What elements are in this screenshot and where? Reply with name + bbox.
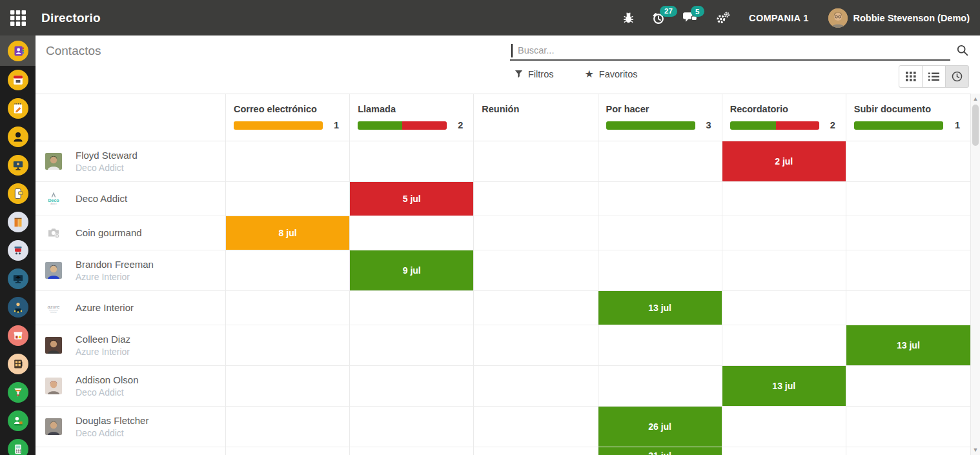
activity-date-badge[interactable]: 8 jul [226,216,349,250]
activity-cell-empty[interactable] [846,250,970,291]
sidebar-app-elearning-icon[interactable] [0,265,36,293]
activity-cell-empty[interactable] [598,141,722,182]
activity-cell-empty[interactable] [226,325,350,366]
progress-segment-green[interactable] [358,121,402,130]
activity-cell-empty[interactable] [474,250,598,291]
list-view-button[interactable] [922,65,946,88]
activity-cell-empty[interactable] [846,291,970,325]
activity-cell-empty[interactable] [226,141,350,182]
sidebar-app-contacts-icon[interactable] [0,35,36,66]
user-menu[interactable]: Robbie Stevenson (Demo) [828,8,970,28]
activities-count-badge[interactable]: 27 [660,6,677,17]
sidebar-app-users-icon[interactable] [0,123,36,151]
messages-count-badge[interactable]: 5 [691,6,704,17]
activity-date-badge[interactable]: 31 jul [598,447,722,455]
search-icon[interactable] [957,45,968,59]
apps-menu-icon[interactable] [0,0,36,35]
sidebar-app-employees-icon[interactable] [0,407,36,435]
activity-cell-empty[interactable] [350,366,474,407]
progress-segment-green[interactable] [730,121,777,130]
progress-segment-red[interactable] [776,121,819,130]
activity-cell-empty[interactable] [722,447,846,455]
activity-date-badge[interactable]: 13 jul [598,291,722,325]
activity-cell-filled[interactable]: 5 jul [350,182,474,216]
activity-cell-empty[interactable] [722,182,846,216]
activities-clock-icon[interactable]: 27 [651,11,666,25]
activity-cell-empty[interactable] [350,216,474,250]
activity-cell-empty[interactable] [474,182,598,216]
activity-cell-empty[interactable] [226,291,350,325]
debug-bug-icon[interactable] [622,12,635,24]
activity-cell-empty[interactable] [722,291,846,325]
progress-segment-red[interactable] [402,121,447,130]
column-progressbar[interactable] [234,121,323,130]
activity-cell-filled[interactable]: 31 jul [598,447,722,455]
activity-cell-empty[interactable] [226,407,350,447]
scrollbar-thumb[interactable] [972,105,979,146]
activity-cell-empty[interactable] [226,250,350,291]
activity-cell-empty[interactable] [474,325,598,366]
sidebar-app-mobile-chat-icon[interactable] [0,179,36,208]
column-progressbar[interactable] [730,121,819,130]
company-switcher[interactable]: COMPANIA 1 [749,13,808,23]
filters-button[interactable]: Filtros [515,69,553,79]
column-progressbar[interactable] [606,121,695,130]
activity-cell-empty[interactable] [722,407,846,447]
activity-date-badge[interactable]: 9 jul [350,250,473,290]
activity-cell-empty[interactable] [722,250,846,291]
activity-cell-empty[interactable] [598,182,722,216]
contact-name-cell[interactable]: Douglas FletcherDeco Addict [36,407,226,447]
activity-cell-empty[interactable] [350,447,474,455]
activity-cell-empty[interactable] [598,216,722,250]
activity-date-badge[interactable]: 26 jul [598,407,722,447]
sidebar-app-library-icon[interactable] [0,208,36,236]
activity-view-button[interactable] [945,65,969,88]
contact-name-cell[interactable]: Floyd StewardDeco Addict [36,141,226,182]
activity-cell-empty[interactable] [474,366,598,407]
activity-date-badge[interactable]: 13 jul [722,366,846,406]
progress-segment-orange[interactable] [234,121,323,130]
search-input[interactable] [510,45,950,56]
activity-cell-filled[interactable]: 8 jul [226,216,350,250]
sidebar-app-store-icon[interactable] [0,321,36,350]
activity-cell-filled[interactable]: 13 jul [846,325,970,366]
activity-cell-filled[interactable]: 9 jul [350,250,474,291]
activity-cell-empty[interactable] [846,182,970,216]
sidebar-app-terminal-icon[interactable] [0,435,36,455]
activity-cell-empty[interactable] [474,141,598,182]
activity-cell-empty[interactable] [350,325,474,366]
contact-name-cell[interactable]: Brandon FreemanAzure Interior [36,250,226,291]
activity-cell-empty[interactable] [846,407,970,447]
activity-date-badge[interactable]: 2 jul [722,141,846,181]
column-progressbar[interactable] [358,121,447,130]
activity-cell-empty[interactable] [226,182,350,216]
activity-cell-empty[interactable] [226,447,350,455]
activity-cell-empty[interactable] [722,216,846,250]
activity-cell-empty[interactable] [350,407,474,447]
activity-date-badge[interactable]: 5 jul [350,182,473,216]
activity-cell-empty[interactable] [846,447,970,455]
sidebar-app-calendar-icon[interactable] [0,66,36,94]
sidebar-app-archive-icon[interactable] [0,350,36,378]
contact-name-cell[interactable]: Addison OlsonDeco Addict [36,366,226,407]
activity-cell-empty[interactable] [846,366,970,407]
activity-cell-empty[interactable] [598,366,722,407]
activity-cell-empty[interactable] [226,366,350,407]
progress-segment-green[interactable] [606,121,695,130]
activity-cell-empty[interactable] [350,291,474,325]
column-progressbar[interactable] [854,121,943,130]
activity-cell-filled[interactable]: 13 jul [722,366,846,407]
activity-cell-empty[interactable] [846,216,970,250]
activity-cell-filled[interactable]: 2 jul [722,141,846,182]
activity-cell-empty[interactable] [846,141,970,182]
contact-name-cell[interactable] [36,447,226,455]
activity-cell-empty[interactable] [598,250,722,291]
scroll-up-arrow[interactable]: ▲ [971,96,980,102]
favorites-button[interactable]: ★ Favoritos [584,69,637,79]
activity-cell-empty[interactable] [474,407,598,447]
contact-name-cell[interactable]: Coin gourmand [36,216,226,250]
contact-name-cell[interactable]: Colleen DiazAzure Interior [36,325,226,366]
activity-cell-empty[interactable] [474,447,598,455]
sidebar-app-purchases-icon[interactable] [0,236,36,265]
contact-name-cell[interactable]: azureinteriorAzure Interior [36,291,226,325]
